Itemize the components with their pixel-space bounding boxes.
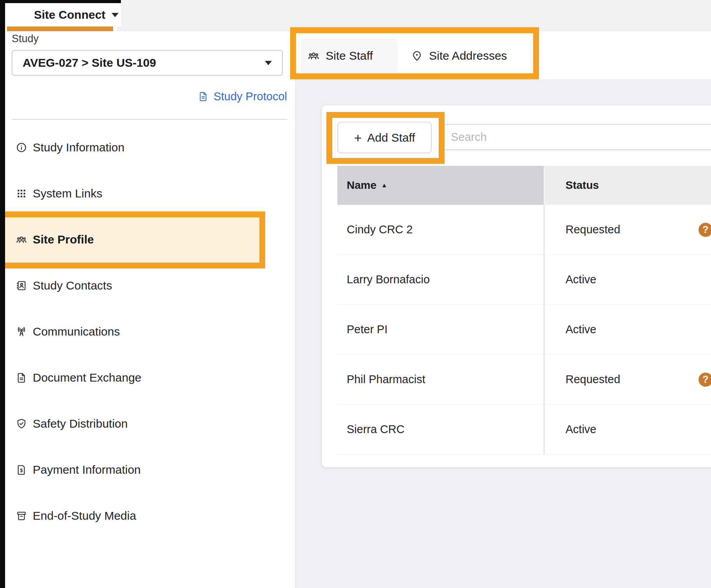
people-icon bbox=[16, 234, 27, 245]
study-selector-dropdown[interactable]: AVEG-027 > Site US-109 bbox=[12, 50, 283, 76]
staff-name-cell: Phil Pharmacist bbox=[337, 355, 544, 404]
staff-status-cell: Active ? bbox=[544, 255, 711, 304]
sidebar-item-label: Safety Distribution bbox=[33, 417, 128, 430]
staff-status-cell: Requested ? bbox=[544, 355, 711, 404]
sidebar-item-label: Document Exchange bbox=[33, 371, 142, 384]
search-input[interactable] bbox=[440, 124, 711, 150]
sidebar-item-study-information[interactable]: Study Information bbox=[5, 124, 295, 171]
info-icon bbox=[16, 142, 27, 153]
site-staff-card: + Add Staff Name ▲ Status Cindy CRC 2 Re… bbox=[322, 105, 711, 467]
sidebar-item-study-contacts[interactable]: Study Contacts bbox=[5, 263, 295, 309]
svg-text:$: $ bbox=[20, 468, 23, 473]
sidebar-item-payment-information[interactable]: $ Payment Information bbox=[5, 447, 295, 493]
top-bar bbox=[117, 0, 711, 31]
staff-status-cell: Active ? bbox=[544, 305, 711, 354]
sidebar-item-label: Site Profile bbox=[33, 233, 94, 246]
table-row[interactable]: Peter PI Active ? bbox=[337, 305, 711, 355]
shield-check-icon bbox=[16, 418, 27, 430]
sidebar-item-label: Communications bbox=[33, 325, 120, 338]
tab-label: Site Staff bbox=[326, 49, 373, 62]
sidebar-divider bbox=[12, 119, 287, 120]
staff-status-cell: Active ? bbox=[544, 405, 711, 454]
sidebar-item-communications[interactable]: Communications bbox=[5, 309, 295, 355]
document-icon bbox=[198, 91, 209, 102]
sidebar-item-label: End-of-Study Media bbox=[33, 509, 136, 522]
sort-asc-icon: ▲ bbox=[381, 182, 387, 189]
sidebar-item-system-links[interactable]: System Links bbox=[5, 171, 295, 217]
product-tab-site-connect[interactable]: Site Connect bbox=[10, 3, 121, 27]
window-top-edge bbox=[0, 0, 121, 3]
location-pin-icon bbox=[411, 50, 423, 62]
sidebar-item-label: Study Contacts bbox=[33, 279, 112, 292]
tab-label: Site Addresses bbox=[429, 49, 507, 62]
sidebar-item-label: System Links bbox=[33, 187, 102, 200]
help-icon[interactable]: ? bbox=[699, 373, 711, 387]
app-window: Site Connect Study AVEG-027 > Site US-10… bbox=[0, 0, 711, 588]
plus-icon: + bbox=[354, 131, 362, 144]
column-header-label: Name bbox=[347, 179, 376, 192]
status-text: Active bbox=[566, 273, 596, 286]
table-header-row: Name ▲ Status bbox=[337, 166, 711, 205]
add-staff-label: Add Staff bbox=[367, 131, 415, 144]
antenna-icon bbox=[16, 326, 27, 338]
sidebar-nav: Study Information System Links bbox=[5, 124, 295, 539]
sidebar-item-site-profile[interactable]: Site Profile bbox=[5, 217, 295, 263]
sidebar: Study AVEG-027 > Site US-109 Study Proto… bbox=[5, 31, 296, 588]
sidebar-item-safety-distribution[interactable]: Safety Distribution bbox=[5, 401, 295, 447]
column-header-status[interactable]: Status bbox=[544, 166, 711, 205]
sidebar-item-end-of-study-media[interactable]: End-of-Study Media bbox=[5, 493, 295, 539]
table-row[interactable]: Cindy CRC 2 Requested ? bbox=[337, 205, 711, 255]
tab-site-addresses[interactable]: Site Addresses bbox=[411, 31, 507, 80]
staff-name-cell: Peter PI bbox=[337, 305, 544, 354]
staff-name-cell: Cindy CRC 2 bbox=[337, 205, 544, 254]
payment-doc-icon: $ bbox=[16, 464, 27, 476]
study-field-label: Study bbox=[12, 33, 39, 45]
help-icon[interactable]: ? bbox=[699, 223, 711, 237]
study-protocol-link[interactable]: Study Protocol bbox=[198, 90, 287, 103]
staff-name-cell: Sierra CRC bbox=[337, 405, 544, 454]
column-header-name[interactable]: Name ▲ bbox=[337, 166, 544, 205]
table-row[interactable]: Sierra CRC Active ? bbox=[337, 405, 711, 455]
chevron-down-icon bbox=[265, 61, 272, 65]
content-tab-bar: Site Staff Site Addresses bbox=[296, 31, 711, 80]
archive-box-icon bbox=[16, 510, 27, 522]
window-left-edge bbox=[0, 0, 5, 588]
study-selector-value: AVEG-027 > Site US-109 bbox=[23, 56, 156, 69]
add-staff-button[interactable]: + Add Staff bbox=[337, 122, 432, 153]
product-tab-label: Site Connect bbox=[34, 8, 105, 21]
staff-status-cell: Requested ? bbox=[544, 205, 711, 254]
table-row[interactable]: Phil Pharmacist Requested ? bbox=[337, 355, 711, 405]
staff-table: Name ▲ Status Cindy CRC 2 Requested ? La… bbox=[337, 166, 711, 455]
study-protocol-label: Study Protocol bbox=[213, 90, 287, 103]
column-header-label: Status bbox=[566, 179, 599, 192]
sidebar-item-document-exchange[interactable]: Document Exchange bbox=[5, 355, 295, 401]
status-text: Requested bbox=[566, 373, 620, 386]
people-icon bbox=[307, 50, 320, 62]
sidebar-item-label: Payment Information bbox=[33, 463, 141, 476]
status-text: Active bbox=[566, 323, 596, 336]
document-icon bbox=[16, 372, 27, 384]
tab-site-staff[interactable]: Site Staff bbox=[307, 31, 373, 80]
staff-name-cell: Larry Bornafacio bbox=[337, 255, 544, 304]
contact-card-icon bbox=[16, 280, 27, 291]
chevron-down-icon bbox=[112, 13, 119, 17]
grid-icon bbox=[16, 188, 27, 199]
status-text: Active bbox=[566, 423, 596, 436]
table-row[interactable]: Larry Bornafacio Active ? bbox=[337, 255, 711, 305]
status-text: Requested bbox=[566, 223, 620, 236]
sidebar-item-label: Study Information bbox=[33, 141, 124, 154]
